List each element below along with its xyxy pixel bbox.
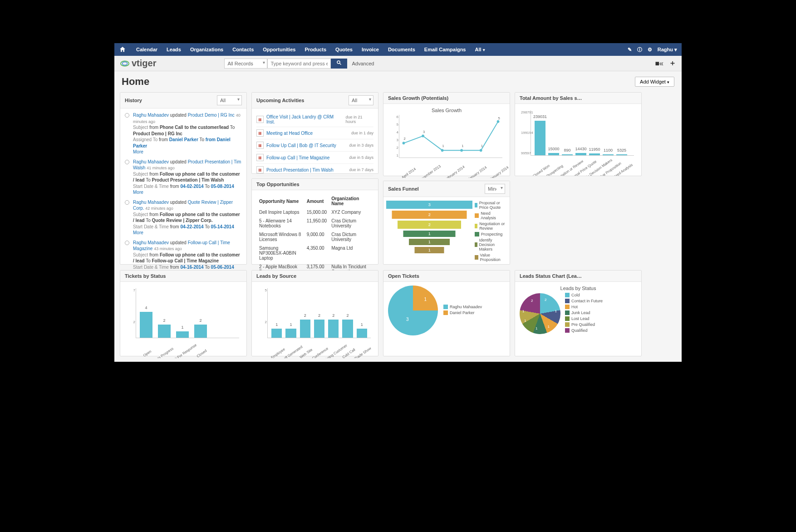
- more-link[interactable]: More: [133, 190, 143, 195]
- activity-item[interactable]: ▦Follow Up Call | Bob @ IT Securitydue i…: [256, 139, 373, 152]
- chart-bar: 1100Value Proposition: [603, 154, 614, 155]
- leads-source-chart: 52 1Employee1Self Generated2Web Site2Con…: [267, 288, 371, 338]
- svg-line-3: [340, 64, 341, 65]
- table-row[interactable]: Dell Inspire Laptops15,000.00XYZ Company: [257, 208, 373, 216]
- logo[interactable]: vtiger: [120, 58, 156, 69]
- leads-status-pie: 2 1 1 1 1 1 2: [520, 293, 560, 334]
- nav-products[interactable]: Products: [300, 43, 331, 56]
- total-amount-chart: 29879119919499597 239031Closed Won15000P…: [531, 110, 634, 156]
- chart-bar: 14430Proposal Price Quote: [575, 153, 586, 155]
- chevron-down-icon: ▾: [667, 80, 669, 84]
- chart-title: Sales Growth: [388, 108, 505, 113]
- video-icon[interactable]: ■«: [655, 59, 663, 68]
- history-item: Raghu Mahaadev updated Product Presentat…: [125, 159, 242, 196]
- table-row[interactable]: Samsung NP300E5X-A0BIN Laptop4,350.00Mag…: [257, 244, 373, 262]
- chart-bar: 890Negotiation or Review: [562, 154, 573, 155]
- nav-all-label: All: [475, 47, 482, 52]
- table-row[interactable]: Microsoft Windows 8 Licenses9,000.00Cras…: [257, 231, 373, 243]
- chart-bar: 2Cold Call: [342, 320, 353, 338]
- svg-text:1: 1: [462, 144, 463, 148]
- chart-bar: 2Conference: [314, 320, 324, 338]
- open-tickets-pie: 1 3: [388, 286, 438, 335]
- toolbar: vtiger Advanced ■« ＋: [114, 56, 682, 71]
- edit-icon[interactable]: ✎: [628, 47, 632, 53]
- activity-item[interactable]: ▦Meeting at Head Officedue in 1 day: [256, 127, 373, 139]
- bullet-icon: [125, 113, 129, 118]
- chart-bar: 1Wait For Response: [176, 331, 189, 338]
- widget-title: Sales Growth (Potentials): [388, 95, 448, 101]
- table-row[interactable]: 5 - Alienware 14 Notebooks11,950.00Cras …: [257, 217, 373, 230]
- more-link[interactable]: More: [133, 149, 143, 154]
- nav-opportunities[interactable]: Opportunities: [258, 43, 300, 56]
- svg-point-2: [337, 61, 340, 64]
- svg-point-6: [441, 149, 444, 152]
- user-menu[interactable]: Raghu▾: [658, 47, 677, 53]
- svg-point-8: [480, 149, 482, 152]
- nav-invoice[interactable]: Invoice: [357, 43, 383, 56]
- widget-title: Leads Status Chart (Lea…: [520, 273, 582, 279]
- svg-text:1: 1: [481, 144, 483, 148]
- nav-quotes[interactable]: Quotes: [331, 43, 357, 56]
- activity-item[interactable]: ▦Follow-up Call | Time Magazinedue in 5 …: [256, 152, 373, 164]
- calendar-icon: ▦: [256, 166, 264, 173]
- bullet-icon: [125, 200, 129, 205]
- top-nav: Calendar Leads Organizations Contacts Op…: [114, 43, 682, 56]
- tickets-status-chart: 72 4Open2In Progress1Wait For Response2C…: [136, 288, 239, 338]
- add-icon[interactable]: ＋: [669, 59, 676, 68]
- widget-open-tickets: Open Tickets 1 3 Raghu MahaadevDaniel Pa…: [383, 270, 510, 356]
- nav-organizations[interactable]: Organizations: [186, 43, 228, 56]
- history-item: Raghu Mahaadev updated Quote Review | Zi…: [125, 199, 242, 236]
- nav-all[interactable]: All▾: [471, 43, 490, 56]
- nav-contacts[interactable]: Contacts: [228, 43, 258, 56]
- chevron-down-icon: ▾: [674, 47, 677, 52]
- more-link[interactable]: More: [133, 230, 143, 235]
- calendar-icon: ▦: [256, 142, 264, 149]
- calendar-icon: ▦: [256, 154, 264, 161]
- nav-documents[interactable]: Documents: [383, 43, 420, 56]
- chart-bar: 15000Prospecting: [548, 153, 559, 155]
- funnel-filter-select[interactable]: [485, 184, 505, 194]
- widget-history: History Raghu Mahaadev updated Product D…: [120, 92, 247, 265]
- add-widget-label: Add Widget: [640, 79, 666, 84]
- widget-title: Tickets by Status: [125, 273, 166, 279]
- leads-status-legend: ColdContact in FutureHotJunk LeadLost Le…: [565, 293, 603, 334]
- widget-total-amount: Total Amount by Sales s… 298791199194995…: [515, 92, 642, 176]
- add-widget-button[interactable]: Add Widget ▾: [635, 77, 674, 87]
- gear-icon[interactable]: ⚙: [648, 47, 652, 53]
- widget-activities: Upcoming Activities ▦Office Visit | Jack…: [251, 92, 378, 174]
- widget-sales-growth: Sales Growth (Potentials) Sales Growth 6…: [383, 92, 510, 176]
- history-filter-select[interactable]: [217, 95, 242, 105]
- chart-bar: 2In Progress: [158, 325, 171, 338]
- bullet-icon: [125, 241, 129, 245]
- nav-leads[interactable]: Leads: [162, 43, 186, 56]
- home-icon[interactable]: [119, 46, 126, 53]
- funnel-legend: Proposal or Price QuoteNeed AnalysisNego…: [475, 201, 505, 264]
- chevron-down-icon: ▾: [483, 48, 485, 52]
- chart-bar: 5325Need Analysis: [616, 154, 627, 155]
- activities-filter-select[interactable]: [349, 95, 373, 105]
- advanced-search-link[interactable]: Advanced: [352, 61, 374, 66]
- search-button[interactable]: [331, 59, 347, 69]
- svg-point-1: [123, 62, 128, 65]
- logo-text: vtiger: [132, 58, 156, 69]
- svg-text:3: 3: [423, 129, 425, 133]
- svg-text:5: 5: [498, 116, 500, 120]
- svg-point-9: [497, 120, 500, 123]
- search-input[interactable]: [267, 59, 331, 69]
- search-scope-select[interactable]: [224, 59, 267, 69]
- activity-item[interactable]: ▦Product Presentation | Tim Walshdue in …: [256, 164, 373, 176]
- calendar-icon: ▦: [256, 129, 264, 137]
- info-icon[interactable]: ⓘ: [637, 46, 642, 53]
- nav-email-campaigns[interactable]: Email Campaigns: [420, 43, 471, 56]
- nav-calendar[interactable]: Calendar: [132, 43, 162, 56]
- chart-bar: 2Existing Customer: [328, 320, 339, 338]
- widget-tickets-status: Tickets by Status 72 4Open2In Progress1W…: [120, 270, 247, 356]
- activity-item[interactable]: ▦Office Visit | Jack Landry @ CRM Inst.d…: [256, 112, 373, 127]
- calendar-icon: ▦: [256, 116, 264, 123]
- bullet-icon: [125, 160, 129, 164]
- svg-point-5: [422, 135, 424, 138]
- open-tickets-legend: Raghu MahaadevDaniel Parker: [443, 305, 482, 316]
- widget-title: Leads by Source: [256, 273, 296, 279]
- user-name: Raghu: [658, 47, 673, 52]
- widget-leads-source: Leads by Source 52 1Employee1Self Genera…: [251, 270, 378, 356]
